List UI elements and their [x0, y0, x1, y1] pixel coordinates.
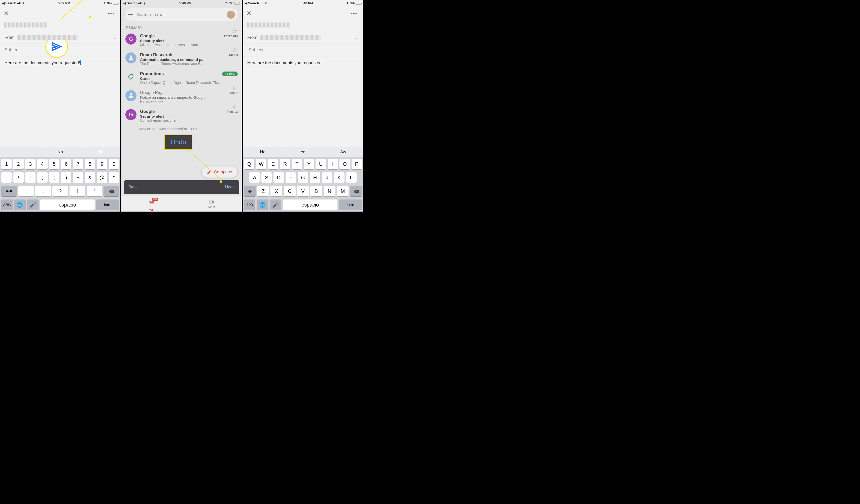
more-icon[interactable]: •••: [106, 9, 117, 18]
status-time: 5:39 PM: [25, 1, 103, 5]
key-4[interactable]: 4: [37, 159, 47, 169]
star-icon[interactable]: [232, 28, 237, 34]
compose-button[interactable]: Compose: [202, 167, 237, 177]
chevron-down-icon[interactable]: ⌄: [355, 35, 359, 40]
key-H[interactable]: H: [310, 172, 320, 183]
globe-key[interactable]: 🌐: [14, 200, 26, 210]
location-icon: [103, 1, 106, 4]
key-3[interactable]: 3: [25, 159, 35, 169]
mail-item[interactable]: Roam ResearchMar 8Automatic backups, a c…: [121, 51, 242, 69]
search-input[interactable]: Search in mail: [137, 12, 224, 17]
enter-key[interactable]: intro: [339, 200, 362, 210]
key-R[interactable]: R: [280, 159, 290, 169]
key-;[interactable]: ;: [37, 172, 47, 183]
backspace-key[interactable]: [350, 186, 362, 197]
svg-point-0: [130, 55, 132, 58]
key-([interactable]: (: [49, 172, 59, 183]
key-1[interactable]: 1: [1, 159, 12, 169]
key-Q[interactable]: Q: [244, 159, 254, 169]
backspace-key[interactable]: [103, 186, 119, 197]
key-U[interactable]: U: [316, 159, 326, 169]
key-$[interactable]: $: [73, 172, 83, 183]
wifi-icon: [22, 1, 25, 5]
mail-item[interactable]: GGoogle12:37 PMSecurity alertMicrosoft w…: [121, 31, 242, 51]
globe-key[interactable]: 🌐: [257, 200, 268, 210]
key-2[interactable]: 2: [13, 159, 24, 169]
key--[interactable]: -: [1, 172, 12, 183]
star-icon[interactable]: [232, 85, 237, 91]
key-E[interactable]: E: [268, 159, 278, 169]
shift-key[interactable]: [244, 186, 256, 197]
key-″[interactable]: ″: [109, 172, 119, 183]
panel-compose-after-undo: ◀ Search 5:40 PM 3% ✕ ••• From ⌄ Subject…: [243, 0, 364, 212]
key-O[interactable]: O: [340, 159, 350, 169]
key-123[interactable]: 123: [244, 200, 255, 210]
from-field[interactable]: From ⌄: [243, 31, 363, 44]
key-J[interactable]: J: [322, 172, 332, 183]
key-A[interactable]: A: [249, 172, 260, 183]
keyboard[interactable]: No Yo Aw QWERTYUIOP ASDFGHJKL Z X C V B …: [243, 147, 363, 212]
body-input[interactable]: Here are the documents you requested!: [243, 56, 363, 109]
star-icon[interactable]: [232, 104, 237, 110]
key-Y[interactable]: Y: [304, 159, 314, 169]
key-P[interactable]: P: [352, 159, 362, 169]
key-&[interactable]: &: [85, 172, 95, 183]
mic-key[interactable]: 🎤: [270, 200, 281, 210]
attach-icon[interactable]: [341, 9, 345, 18]
nav-meet[interactable]: Meet: [182, 196, 242, 212]
key-6[interactable]: 6: [61, 159, 71, 169]
nav-mail[interactable]: 99+ Mail: [121, 196, 182, 212]
attach-icon[interactable]: [98, 9, 102, 18]
key-5[interactable]: 5: [49, 159, 59, 169]
key-)[interactable]: ): [61, 172, 71, 183]
battery-icon: [113, 2, 118, 4]
key-0[interactable]: 0: [109, 159, 119, 169]
send-icon[interactable]: [345, 9, 349, 18]
key-8[interactable]: 8: [85, 159, 95, 169]
key-9[interactable]: 9: [97, 159, 107, 169]
redacted-from: [260, 35, 321, 40]
key-T[interactable]: T: [292, 159, 302, 169]
key-D[interactable]: D: [273, 172, 284, 183]
subject-input[interactable]: Subject: [243, 44, 363, 56]
key-symbols[interactable]: #+=: [1, 186, 17, 197]
panel-inbox-undo: ◀ Search 5:40 PM 3% Search in mail PRIMA…: [121, 0, 243, 212]
signal-icon: [17, 2, 21, 4]
keyboard[interactable]: I No Hi 1234567890 -/:;()$&@″ #+= . , ? …: [0, 147, 120, 212]
mail-item[interactable]: GGoogleFeb 13Security alertContact email…: [121, 107, 242, 126]
mail-item[interactable]: Promotions54 newCareerQuora Digest, Quor…: [121, 69, 242, 88]
star-icon[interactable]: [232, 47, 237, 53]
key-I[interactable]: I: [328, 159, 338, 169]
compose-toolbar: ✕ •••: [0, 6, 120, 21]
space-key[interactable]: espacio: [283, 200, 338, 210]
more-icon[interactable]: •••: [349, 9, 360, 18]
key-@[interactable]: @: [97, 172, 107, 183]
chevron-down-icon[interactable]: ⌄: [112, 35, 116, 40]
close-icon[interactable]: ✕: [246, 10, 252, 17]
annotation-undo-bubble: Undo: [164, 134, 192, 150]
account-avatar[interactable]: [227, 11, 235, 19]
undo-link[interactable]: Undo: [225, 185, 235, 189]
close-icon[interactable]: ✕: [3, 10, 9, 17]
send-icon[interactable]: [102, 9, 106, 18]
search-bar[interactable]: Search in mail: [125, 8, 239, 21]
status-bar: ◀ Search 5:40 PM 3%: [243, 0, 363, 6]
key-G[interactable]: G: [298, 172, 308, 183]
key-7[interactable]: 7: [73, 159, 83, 169]
key-F[interactable]: F: [286, 172, 296, 183]
enter-key[interactable]: intro: [96, 200, 119, 210]
mail-item[interactable]: Google PayMar 2Notice on important chang…: [121, 88, 242, 107]
svg-point-2: [130, 93, 132, 96]
key-/[interactable]: /: [13, 172, 24, 183]
space-key[interactable]: espacio: [40, 200, 95, 210]
predictive-bar: I No Hi: [0, 147, 120, 157]
hamburger-icon[interactable]: [128, 13, 133, 16]
mic-key[interactable]: 🎤: [27, 200, 39, 210]
body-input[interactable]: Here are the documents you requested!: [0, 56, 120, 109]
key-S[interactable]: S: [261, 172, 272, 183]
key-W[interactable]: W: [256, 159, 266, 169]
key-L[interactable]: L: [346, 172, 357, 183]
key-:[interactable]: :: [25, 172, 35, 183]
key-K[interactable]: K: [334, 172, 344, 183]
key-abc[interactable]: ABC: [1, 200, 13, 210]
